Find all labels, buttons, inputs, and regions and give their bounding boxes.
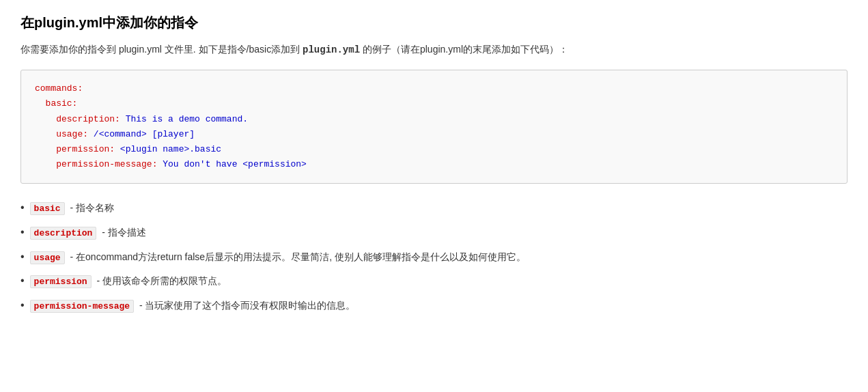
list-item-basic: • basic - 指令名称 bbox=[20, 199, 848, 216]
bullet-list: • basic - 指令名称 • description - 指令描述 • us… bbox=[20, 199, 848, 314]
term-permission: permission bbox=[30, 275, 92, 288]
bullet-dot-2: • bbox=[20, 223, 25, 241]
list-item-usage: • usage - 在oncommand方法return false后显示的用法… bbox=[20, 248, 848, 266]
code-block: commands: basic: description: This is a … bbox=[20, 70, 848, 184]
bullet-dot-4: • bbox=[20, 272, 25, 290]
desc-permission-message: - 当玩家使用了这个指令而没有权限时输出的信息。 bbox=[139, 300, 356, 311]
bullet-dot-3: • bbox=[20, 248, 25, 266]
desc-usage: - 在oncommand方法return false后显示的用法提示。尽量简洁,… bbox=[70, 251, 526, 262]
page-title: 在plugin.yml中添加你的指令 bbox=[20, 14, 848, 32]
term-basic: basic bbox=[30, 202, 65, 215]
code-line-5: permission: <plugin name>.basic bbox=[35, 142, 833, 157]
intro-paragraph: 你需要添加你的指令到 plugin.yml 文件里. 如下是指令/basic添加… bbox=[20, 42, 848, 57]
code-line-2: basic: bbox=[35, 96, 833, 111]
bullet-dot-1: • bbox=[20, 199, 25, 216]
term-description: description bbox=[30, 227, 97, 240]
code-line-6: permission-message: You don't have <perm… bbox=[35, 157, 833, 172]
code-line-3: description: This is a demo command. bbox=[35, 112, 833, 127]
code-line-1: commands: bbox=[35, 81, 833, 96]
term-permission-message: permission-message bbox=[30, 300, 134, 313]
list-item-description: • description - 指令描述 bbox=[20, 223, 848, 241]
list-item-permission: • permission - 使用该命令所需的权限节点。 bbox=[20, 272, 848, 290]
intro-text-after: 的例子（请在plugin.yml的末尾添加如下代码）： bbox=[363, 44, 568, 55]
code-line-4: usage: /<command> [player] bbox=[35, 127, 833, 142]
list-item-permission-message: • permission-message - 当玩家使用了这个指令而没有权限时输… bbox=[20, 296, 848, 314]
bullet-dot-5: • bbox=[20, 296, 25, 314]
intro-bold-code: plugin.yml bbox=[303, 44, 360, 55]
term-usage: usage bbox=[30, 251, 65, 264]
desc-description: - 指令描述 bbox=[102, 227, 146, 238]
desc-permission: - 使用该命令所需的权限节点。 bbox=[97, 275, 227, 286]
intro-text-before: 你需要添加你的指令到 plugin.yml 文件里. 如下是指令/basic添加… bbox=[20, 44, 300, 55]
desc-basic: - 指令名称 bbox=[70, 202, 115, 213]
